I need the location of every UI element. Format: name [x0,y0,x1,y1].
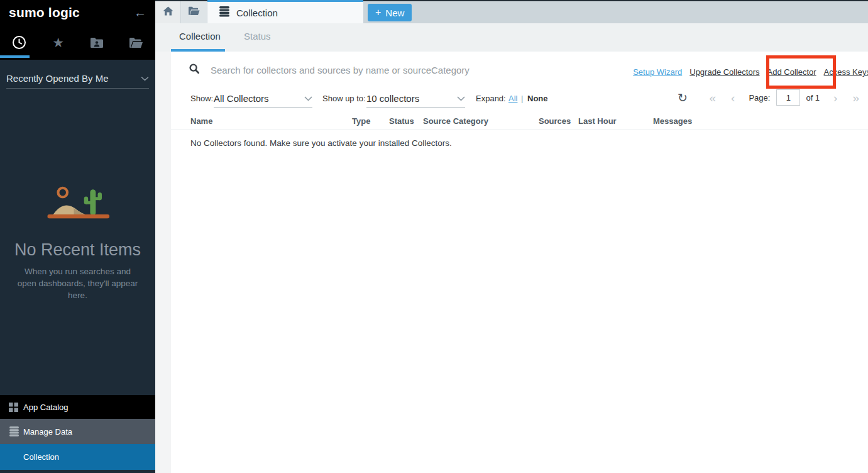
show-up-to-value: 10 collectors [366,93,457,104]
sumo-logic-logo: sumo logic [9,5,134,20]
new-tab-button[interactable]: + New [368,4,412,21]
no-recent-items-hint: When you run searches and open dashboard… [14,266,141,302]
new-button-label: New [385,8,404,18]
recent-items-dropdown-label: Recently Opened By Me [6,73,141,84]
setup-wizard-link[interactable]: Setup Wizard [633,67,682,77]
open-folder-icon [188,6,200,18]
tab-collection[interactable]: Collection [207,0,363,23]
sidebar-item-library[interactable] [116,25,155,60]
show-filter-label: Show: [190,94,213,103]
search-icon [189,64,199,76]
column-header-type[interactable]: Type [352,116,370,126]
collection-panel: Setup Wizard Upgrade Collectors Add Coll… [171,52,868,473]
last-page-icon[interactable]: » [852,92,859,104]
main-area: Collection + New Collection Status [155,0,868,473]
column-header-source-category[interactable]: Source Category [423,116,488,126]
collection-label: Collection [23,452,59,462]
expand-label: Expand: [476,94,506,103]
header-links: Setup Wizard Upgrade Collectors Add Coll… [633,67,868,77]
sidebar-icon-nav: ★ [0,25,155,60]
expand-separator: | [521,94,523,103]
previous-page-icon[interactable]: ‹ [731,92,735,104]
recent-items-dropdown[interactable]: Recently Opened By Me [6,68,149,89]
filter-row: Show: All Collectors Show up to: 10 coll… [171,89,868,108]
desert-illustration [0,181,155,228]
chevron-down-icon [141,72,149,84]
shared-folder-icon [90,37,104,48]
show-filter-value: All Collectors [214,93,304,104]
show-up-to-label: Show up to: [322,94,366,103]
search-input[interactable] [209,64,639,76]
sun-icon [58,188,67,198]
pagination: « ‹ Page: of 1 › » [710,89,859,106]
collectors-table-header: Name Type Status Source Category Sources… [171,114,868,130]
plus-icon: + [375,7,381,18]
column-header-messages[interactable]: Messages [653,116,692,126]
clock-icon [12,35,26,50]
star-icon: ★ [52,36,64,49]
chevron-down-icon [457,94,465,103]
refresh-icon[interactable]: ↻ [678,91,688,105]
app-catalog-label: App Catalog [23,403,69,412]
subtab-collection[interactable]: Collection [179,31,221,42]
open-folder-icon [129,37,143,48]
library-tab-button[interactable] [181,1,207,23]
tab-collection-label: Collection [236,8,278,18]
chevron-down-icon [304,94,312,103]
first-page-icon[interactable]: « [710,92,717,104]
database-icon [219,6,230,19]
add-collector-link[interactable]: Add Collector [767,67,816,77]
subtab-status[interactable]: Status [244,31,271,42]
sidebar-item-shared[interactable] [78,25,117,60]
sidebar-item-favorites[interactable]: ★ [39,25,78,60]
collapse-sidebar-icon[interactable]: ← [134,6,146,19]
column-header-status[interactable]: Status [389,116,414,126]
top-tab-strip: Collection + New [155,0,868,23]
home-tab-button[interactable] [155,1,180,23]
access-keys-link[interactable]: Access Keys [824,67,868,77]
home-icon [163,6,173,18]
page-of-label: of 1 [806,93,820,103]
show-up-to-dropdown[interactable]: 10 collectors [366,89,465,108]
manage-data-label: Manage Data [23,427,72,437]
sidebar-item-manage-data[interactable]: Manage Data [0,419,155,444]
sidebar-item-collection[interactable]: Collection [0,444,155,470]
next-page-icon[interactable]: › [833,92,837,104]
sidebar-item-recents[interactable] [0,25,39,60]
database-icon [9,426,23,437]
show-filter-dropdown[interactable]: All Collectors [214,89,312,108]
logo-bar: sumo logic ← [0,0,155,25]
page-label: Page: [749,93,770,103]
column-header-last-hour[interactable]: Last Hour [578,116,617,126]
sidebar-item-app-catalog[interactable]: App Catalog [0,395,155,419]
search-row [189,60,667,79]
expand-none-link[interactable]: None [527,94,548,103]
active-nav-indicator [0,55,30,58]
subtab-band: Collection Status [155,23,868,52]
empty-table-message: No Collectors found. Make sure you activ… [190,138,452,148]
expand-all-link[interactable]: All [508,94,517,103]
sumo-logic-app: sumo logic ← ★ [0,0,868,473]
upgrade-collectors-link[interactable]: Upgrade Collectors [689,67,759,77]
sidebar-bottom-menu: App Catalog Manage Data Collection [0,395,155,470]
column-header-sources[interactable]: Sources [539,116,571,126]
sidebar: sumo logic ← ★ [0,0,155,473]
page-number-input[interactable] [776,89,800,106]
no-recent-items-title: No Recent Items [0,240,155,260]
content-background: Setup Wizard Upgrade Collectors Add Coll… [155,52,868,473]
column-header-name[interactable]: Name [190,116,212,126]
grid-icon [9,403,23,412]
